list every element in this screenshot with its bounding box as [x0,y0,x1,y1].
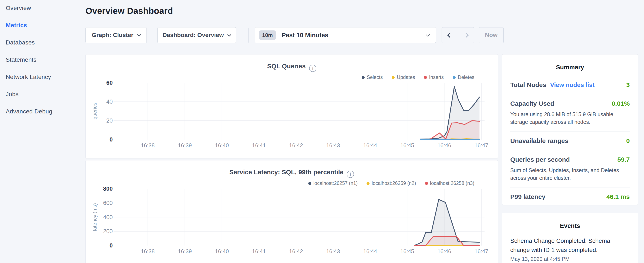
sidebar-item-databases[interactable]: Databases [6,39,80,46]
svg-text:16:40: 16:40 [215,248,229,254]
service-latency-chart-card: Service Latency: SQL, 99th percentilei l… [86,160,498,263]
sidebar-item-overview[interactable]: Overview [6,5,80,11]
page-title: Overview Dashboard [86,6,173,16]
time-range-badge: 10m [259,31,276,40]
summary-row-capacity-used: Capacity Used 0.01% You are using 28.6 M… [510,94,630,131]
now-button[interactable]: Now [479,27,504,43]
summary-row-description: You are using 28.6 MiB of 515.9 GiB usab… [510,111,630,126]
time-range-select[interactable]: 10m Past 10 Minutes [255,27,436,43]
summary-rows: Total Nodes View nodes list 3 Capacity U… [510,76,630,206]
summary-panel: Summary Total Nodes View nodes list 3 Ca… [502,54,638,205]
svg-text:60: 60 [106,80,113,86]
svg-text:0: 0 [110,242,113,249]
svg-text:800: 800 [103,185,113,192]
svg-text:16:43: 16:43 [326,248,340,254]
svg-text:16:41: 16:41 [252,248,266,254]
svg-text:16:43: 16:43 [326,142,340,149]
sidebar-item-statements[interactable]: Statements [6,56,80,63]
time-range-label: Past 10 Minutes [282,32,426,39]
svg-text:16:41: 16:41 [252,142,266,149]
summary-row-value: 3 [626,81,630,89]
svg-text:400: 400 [103,214,113,220]
graph-dropdown-label: Graph: Cluster [92,32,133,39]
svg-text:16:40: 16:40 [215,142,229,149]
summary-row-p99-latency: P99 latency 46.1 ms [510,187,630,206]
app-root: Overview Metrics Databases Statements Ne… [0,0,644,263]
event-item[interactable]: Schema Change Completed: Schema change w… [510,236,630,262]
summary-row-label: Unavailable ranges [510,137,568,144]
graph-dropdown[interactable]: Graph: Cluster [86,27,147,43]
svg-text:16:44: 16:44 [363,248,377,254]
service-latency-chart[interactable]: 020040060080016:3816:3916:4016:4116:4216… [86,160,498,263]
event-date: May 13, 2020 at 4:45 PM [510,256,630,262]
svg-text:20: 20 [106,117,113,124]
events-panel: Events Schema Change Completed: Schema c… [502,213,638,263]
event-text: Schema Change Completed: Schema change w… [510,236,623,255]
chevron-down-icon [228,33,231,36]
summary-row-label: P99 latency [510,193,545,200]
sidebar-item-advanced-debug[interactable]: Advanced Debug [6,108,80,115]
svg-text:16:39: 16:39 [178,142,192,149]
sql-queries-chart-card: SQL Queriesi SelectsUpdatesInsertsDelete… [86,54,498,158]
svg-text:16:46: 16:46 [437,248,451,254]
dashboard-dropdown[interactable]: Dashboard: Overview [157,27,236,43]
sql-queries-chart[interactable]: 020406016:3816:3916:4016:4116:4216:4316:… [86,55,498,158]
svg-text:16:42: 16:42 [289,142,303,149]
sidebar-item-network-latency[interactable]: Network Latency [6,74,80,80]
svg-text:16:45: 16:45 [400,142,414,149]
sidebar-item-metrics[interactable]: Metrics [6,22,80,29]
summary-title: Summary [510,55,630,71]
chevron-down-icon [137,33,141,36]
toolbar-divider [248,28,248,43]
svg-text:16:46: 16:46 [437,142,451,149]
dashboard-dropdown-label: Dashboard: Overview [163,32,224,39]
svg-text:16:42: 16:42 [289,248,303,254]
svg-text:200: 200 [103,228,113,234]
svg-text:16:47: 16:47 [474,142,488,149]
svg-text:16:47: 16:47 [474,248,488,254]
svg-text:16:38: 16:38 [141,142,154,149]
events-title: Events [510,213,630,229]
summary-row-value: 59.7 [618,156,630,163]
svg-text:600: 600 [103,200,113,206]
sidebar-item-jobs[interactable]: Jobs [6,91,80,97]
summary-row-unavailable-ranges: Unavailable ranges 0 [510,131,630,150]
view-nodes-list-link[interactable]: View nodes list [550,82,594,89]
svg-text:0: 0 [110,136,113,143]
summary-row-queries-per-second: Queries per second 59.7 Sum of Selects, … [510,150,630,187]
svg-text:40: 40 [106,99,113,105]
summary-row-value: 46.1 ms [606,193,630,200]
svg-text:16:45: 16:45 [400,248,414,254]
summary-row-description: Sum of Selects, Updates, Inserts, and De… [510,167,630,182]
svg-text:16:38: 16:38 [141,248,154,254]
chevron-right-icon [464,33,468,38]
svg-text:16:44: 16:44 [363,142,377,149]
summary-row-label: Capacity Used [510,100,554,107]
now-button-label: Now [485,32,498,39]
summary-row-value: 0.01% [612,100,630,107]
time-step-buttons [442,27,474,43]
summary-row-value: 0 [626,137,630,144]
chevron-down-icon [426,32,430,37]
summary-row-total-nodes: Total Nodes View nodes list 3 [510,76,630,94]
svg-text:16:39: 16:39 [178,248,192,254]
chevron-left-icon [447,33,452,38]
summary-row-label: Queries per second [510,156,570,163]
time-step-back-button[interactable] [442,28,458,43]
summary-row-label: Total Nodes [510,81,546,89]
sidebar: Overview Metrics Databases Statements Ne… [6,5,80,125]
time-step-forward-button[interactable] [458,28,474,43]
